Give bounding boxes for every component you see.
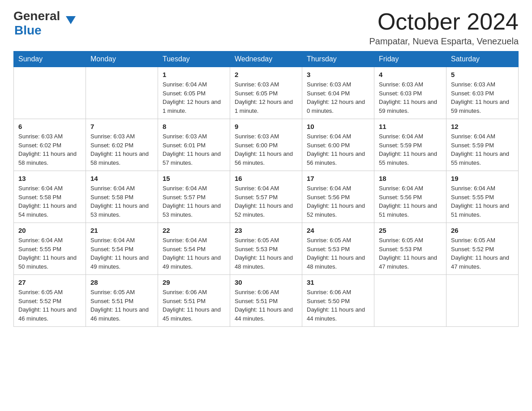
table-row: 7Sunrise: 6:03 AMSunset: 6:02 PMDaylight… — [86, 119, 158, 171]
day-info: Sunrise: 6:04 AMSunset: 6:05 PMDaylight:… — [163, 80, 225, 115]
day-info: Sunrise: 6:04 AMSunset: 5:55 PMDaylight:… — [18, 236, 81, 271]
day-info: Sunrise: 6:04 AMSunset: 5:56 PMDaylight:… — [379, 184, 442, 219]
table-row: 8Sunrise: 6:03 AMSunset: 6:01 PMDaylight… — [158, 119, 230, 171]
day-number: 1 — [163, 71, 225, 78]
day-info: Sunrise: 6:03 AMSunset: 6:01 PMDaylight:… — [163, 132, 225, 167]
table-row — [446, 275, 519, 327]
logo: General Blue — [13, 9, 66, 38]
logo-general: General — [13, 9, 60, 23]
day-number: 13 — [18, 175, 81, 182]
day-info: Sunrise: 6:04 AMSunset: 5:54 PMDaylight:… — [163, 236, 225, 271]
table-row: 5Sunrise: 6:03 AMSunset: 6:03 PMDaylight… — [446, 67, 519, 119]
table-row: 12Sunrise: 6:04 AMSunset: 5:59 PMDayligh… — [446, 119, 519, 171]
table-row: 2Sunrise: 6:03 AMSunset: 6:05 PMDaylight… — [230, 67, 302, 119]
table-row: 26Sunrise: 6:05 AMSunset: 5:52 PMDayligh… — [446, 223, 519, 275]
calendar-week-row: 20Sunrise: 6:04 AMSunset: 5:55 PMDayligh… — [14, 223, 519, 275]
day-info: Sunrise: 6:03 AMSunset: 6:05 PMDaylight:… — [235, 80, 297, 115]
table-row: 19Sunrise: 6:04 AMSunset: 5:55 PMDayligh… — [446, 171, 519, 223]
day-info: Sunrise: 6:05 AMSunset: 5:53 PMDaylight:… — [379, 236, 442, 271]
table-row — [86, 67, 158, 119]
day-number: 27 — [18, 278, 81, 286]
header-saturday: Saturday — [446, 51, 519, 67]
table-row: 25Sunrise: 6:05 AMSunset: 5:53 PMDayligh… — [374, 223, 446, 275]
month-title: October 2024 — [369, 9, 519, 34]
svg-marker-0 — [66, 16, 76, 24]
day-info: Sunrise: 6:04 AMSunset: 5:57 PMDaylight:… — [235, 184, 297, 219]
header-friday: Friday — [374, 51, 446, 67]
header-tuesday: Tuesday — [158, 51, 230, 67]
table-row: 6Sunrise: 6:03 AMSunset: 6:02 PMDaylight… — [14, 119, 86, 171]
day-number: 2 — [235, 71, 297, 78]
table-row: 23Sunrise: 6:05 AMSunset: 5:53 PMDayligh… — [230, 223, 302, 275]
day-info: Sunrise: 6:04 AMSunset: 5:54 PMDaylight:… — [90, 236, 153, 271]
table-row: 18Sunrise: 6:04 AMSunset: 5:56 PMDayligh… — [374, 171, 446, 223]
day-number: 22 — [163, 227, 225, 234]
day-number: 6 — [18, 123, 81, 130]
day-number: 20 — [18, 227, 81, 234]
day-info: Sunrise: 6:06 AMSunset: 5:51 PMDaylight:… — [163, 288, 225, 323]
day-number: 9 — [235, 123, 297, 130]
calendar-week-row: 1Sunrise: 6:04 AMSunset: 6:05 PMDaylight… — [14, 67, 519, 119]
day-number: 23 — [235, 227, 297, 234]
table-row: 29Sunrise: 6:06 AMSunset: 5:51 PMDayligh… — [158, 275, 230, 327]
day-number: 11 — [379, 123, 442, 130]
day-info: Sunrise: 6:05 AMSunset: 5:53 PMDaylight:… — [235, 236, 297, 271]
day-info: Sunrise: 6:04 AMSunset: 5:59 PMDaylight:… — [451, 132, 514, 167]
day-info: Sunrise: 6:03 AMSunset: 6:03 PMDaylight:… — [451, 80, 514, 115]
table-row: 13Sunrise: 6:04 AMSunset: 5:58 PMDayligh… — [14, 171, 86, 223]
header-wednesday: Wednesday — [230, 51, 302, 67]
logo-blue: Blue — [14, 23, 42, 37]
table-row: 31Sunrise: 6:06 AMSunset: 5:50 PMDayligh… — [302, 275, 374, 327]
table-row: 30Sunrise: 6:06 AMSunset: 5:51 PMDayligh… — [230, 275, 302, 327]
header-thursday: Thursday — [302, 51, 374, 67]
day-number: 21 — [90, 227, 153, 234]
day-info: Sunrise: 6:04 AMSunset: 5:57 PMDaylight:… — [163, 184, 225, 219]
title-area: October 2024 Pampatar, Nueva Esparta, Ve… — [369, 9, 519, 47]
day-number: 3 — [307, 71, 369, 78]
day-number: 19 — [451, 175, 514, 182]
header: General Blue October 2024 Pampatar, Nuev… — [13, 9, 519, 47]
day-info: Sunrise: 6:04 AMSunset: 6:00 PMDaylight:… — [307, 132, 369, 167]
table-row: 27Sunrise: 6:05 AMSunset: 5:52 PMDayligh… — [14, 275, 86, 327]
table-row: 14Sunrise: 6:04 AMSunset: 5:58 PMDayligh… — [86, 171, 158, 223]
table-row: 20Sunrise: 6:04 AMSunset: 5:55 PMDayligh… — [14, 223, 86, 275]
day-number: 28 — [90, 278, 153, 286]
day-info: Sunrise: 6:04 AMSunset: 5:59 PMDaylight:… — [379, 132, 442, 167]
day-number: 30 — [235, 278, 297, 286]
day-info: Sunrise: 6:03 AMSunset: 6:04 PMDaylight:… — [307, 80, 369, 115]
day-info: Sunrise: 6:06 AMSunset: 5:50 PMDaylight:… — [307, 288, 369, 323]
calendar-week-row: 27Sunrise: 6:05 AMSunset: 5:52 PMDayligh… — [14, 275, 519, 327]
calendar-week-row: 6Sunrise: 6:03 AMSunset: 6:02 PMDaylight… — [14, 119, 519, 171]
table-row: 17Sunrise: 6:04 AMSunset: 5:56 PMDayligh… — [302, 171, 374, 223]
day-info: Sunrise: 6:05 AMSunset: 5:52 PMDaylight:… — [18, 288, 81, 323]
day-info: Sunrise: 6:04 AMSunset: 5:56 PMDaylight:… — [307, 184, 369, 219]
day-number: 5 — [451, 71, 514, 78]
day-number: 18 — [379, 175, 442, 182]
day-number: 31 — [307, 278, 369, 286]
table-row: 4Sunrise: 6:03 AMSunset: 6:03 PMDaylight… — [374, 67, 446, 119]
table-row: 16Sunrise: 6:04 AMSunset: 5:57 PMDayligh… — [230, 171, 302, 223]
day-number: 25 — [379, 227, 442, 234]
day-number: 4 — [379, 71, 442, 78]
day-number: 10 — [307, 123, 369, 130]
table-row — [14, 67, 86, 119]
table-row: 24Sunrise: 6:05 AMSunset: 5:53 PMDayligh… — [302, 223, 374, 275]
day-number: 29 — [163, 278, 225, 286]
day-number: 17 — [307, 175, 369, 182]
calendar-week-row: 13Sunrise: 6:04 AMSunset: 5:58 PMDayligh… — [14, 171, 519, 223]
table-row: 11Sunrise: 6:04 AMSunset: 5:59 PMDayligh… — [374, 119, 446, 171]
weekday-header-row: Sunday Monday Tuesday Wednesday Thursday… — [14, 51, 519, 67]
day-info: Sunrise: 6:05 AMSunset: 5:51 PMDaylight:… — [90, 288, 153, 323]
table-row — [374, 275, 446, 327]
day-number: 24 — [307, 227, 369, 234]
table-row: 9Sunrise: 6:03 AMSunset: 6:00 PMDaylight… — [230, 119, 302, 171]
day-number: 26 — [451, 227, 514, 234]
day-number: 8 — [163, 123, 225, 130]
day-number: 15 — [163, 175, 225, 182]
day-info: Sunrise: 6:05 AMSunset: 5:52 PMDaylight:… — [451, 236, 514, 271]
table-row: 28Sunrise: 6:05 AMSunset: 5:51 PMDayligh… — [86, 275, 158, 327]
table-row: 22Sunrise: 6:04 AMSunset: 5:54 PMDayligh… — [158, 223, 230, 275]
table-row: 21Sunrise: 6:04 AMSunset: 5:54 PMDayligh… — [86, 223, 158, 275]
calendar-table: Sunday Monday Tuesday Wednesday Thursday… — [13, 51, 519, 327]
table-row: 3Sunrise: 6:03 AMSunset: 6:04 PMDaylight… — [302, 67, 374, 119]
